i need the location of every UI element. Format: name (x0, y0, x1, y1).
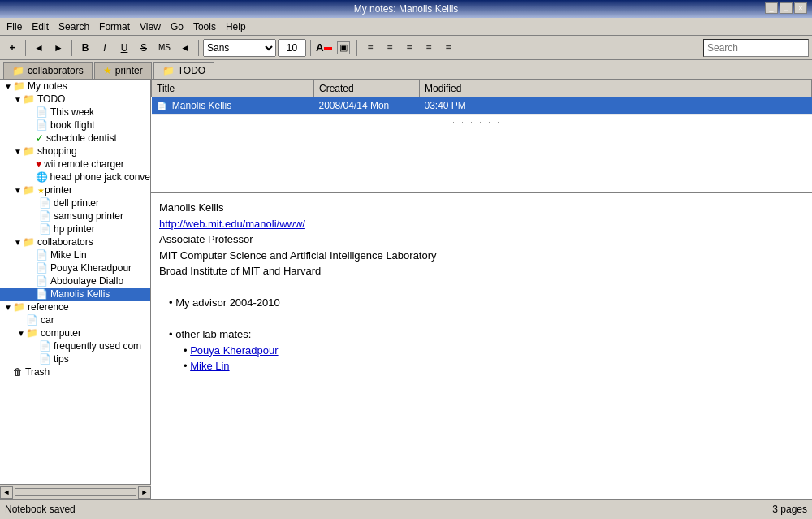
expand-arrow-my-notes[interactable]: ▼ (3, 82, 13, 91)
check-icon: ✓ (36, 132, 44, 144)
back-button[interactable]: ◄ (30, 39, 48, 57)
row-note-icon: 📄 (157, 102, 166, 110)
menu-view[interactable]: View (135, 19, 166, 34)
col-created[interactable]: Created (314, 80, 420, 97)
strikethrough-button[interactable]: S (135, 39, 153, 57)
window-controls[interactable]: _ □ × (765, 2, 807, 14)
scroll-left-btn[interactable]: ◄ (0, 486, 13, 499)
menu-help[interactable]: Help (221, 19, 251, 34)
tree-item-hp-printer[interactable]: 📄 hp printer (0, 223, 150, 236)
expand-arrow-shopping[interactable]: ▼ (13, 147, 23, 156)
tree-label-abdoulaye: Abdoulaye Diallo (50, 275, 123, 287)
cell-title-text: Manolis Kellis (172, 100, 231, 111)
col-title[interactable]: Title (152, 80, 314, 97)
tree-item-computer[interactable]: ▼ 📁 computer (0, 327, 150, 340)
tree-item-reference[interactable]: ▼ 📁 reference (0, 301, 150, 314)
tree-label-dell: dell printer (54, 197, 99, 209)
forward-button[interactable]: ► (50, 39, 67, 57)
search-input[interactable] (703, 39, 809, 57)
note-url[interactable]: http://web.mit.edu/manoli/www/ (159, 216, 804, 232)
tree-item-todo[interactable]: ▼ 📁 TODO (0, 93, 150, 106)
minimize-button[interactable]: _ (765, 2, 778, 14)
tree-item-pouya[interactable]: 📄 Pouya Kheradpour (0, 262, 150, 275)
tree-item-abdoulaye[interactable]: 📄 Abdoulaye Diallo (0, 275, 150, 288)
scroll-track[interactable] (15, 488, 136, 496)
note-icon-car: 📄 (26, 314, 38, 326)
maximize-button[interactable]: □ (780, 2, 793, 14)
trash-icon: 🗑 (13, 366, 23, 378)
expand-arrow-printer[interactable]: ▼ (13, 186, 23, 195)
font-size-input[interactable] (278, 39, 306, 57)
tree-item-wii[interactable]: ♥ wii remote charger (0, 158, 150, 171)
note-icon-abdoulaye: 📄 (36, 275, 48, 287)
tree-item-frequently-used[interactable]: 📄 frequently used com (0, 340, 150, 352)
font-color-button[interactable]: A (315, 39, 333, 57)
tree-item-dell-printer[interactable]: 📄 dell printer (0, 197, 150, 210)
tree-item-samsung-printer[interactable]: 📄 samsung printer (0, 210, 150, 223)
tree-label-pouya: Pouya Kheradpour (50, 262, 132, 274)
note-bullet2: • other lab mates: (159, 327, 804, 343)
bg-color-button[interactable]: ▣ (335, 39, 352, 57)
menu-edit[interactable]: Edit (27, 19, 54, 34)
tree-label-car: car (41, 314, 54, 326)
tree-label-mike-lin: Mike Lin (50, 249, 87, 261)
menu-format[interactable]: Format (94, 19, 135, 34)
tabs-bar: 📁 collaborators ★ printer 📁 TODO (0, 60, 812, 80)
align-left-button[interactable]: ≡ (361, 39, 379, 57)
tree-item-this-week[interactable]: 📄 This week (0, 106, 150, 119)
resize-handle[interactable]: · · · · · · · (151, 115, 812, 129)
note-content-area[interactable]: Manolis Kellis http://web.mit.edu/manoli… (151, 193, 812, 499)
tree-label-computer: computer (41, 327, 81, 339)
title-bar: My notes: Manolis Kellis _ □ × (0, 0, 812, 18)
align-center-button[interactable]: ≡ (381, 39, 399, 57)
font-family-select[interactable]: Sans (203, 39, 276, 57)
labmate1-link[interactable]: Pouya Kheradpour (190, 344, 278, 357)
tab-printer[interactable]: ★ printer (94, 62, 152, 79)
menu-search[interactable]: Search (54, 19, 94, 34)
content-area: Title Created Modified 📄 Manolis Kellis … (151, 80, 812, 499)
tree-item-manolis[interactable]: 📄 Manolis Kellis (0, 288, 150, 301)
tab-todo[interactable]: 📁 TODO (153, 62, 214, 79)
tree-item-book-flight[interactable]: 📄 book flight (0, 119, 150, 132)
table-row[interactable]: 📄 Manolis Kellis 2008/04/14 Mon 03:40 PM (152, 97, 812, 115)
tree-item-mike-lin[interactable]: 📄 Mike Lin (0, 249, 150, 262)
menu-tools[interactable]: Tools (188, 19, 221, 34)
expand-arrow-todo[interactable]: ▼ (13, 95, 23, 104)
scroll-right-btn[interactable]: ► (138, 486, 151, 499)
italic-icon: I (103, 42, 106, 54)
tree-item-car[interactable]: 📄 car (0, 314, 150, 327)
expand-arrow-computer[interactable]: ▼ (16, 329, 26, 338)
tree-item-my-notes[interactable]: ▼ 📁 My notes (0, 80, 150, 93)
note-labmates: • Pouya Kheradpour • Mike Lin (159, 343, 804, 374)
bold-button[interactable]: B (76, 39, 94, 57)
tree-item-trash[interactable]: 🗑 Trash (0, 365, 150, 378)
expand-arrow-reference[interactable]: ▼ (3, 303, 13, 312)
italic-button[interactable]: I (96, 39, 114, 57)
note-url-link[interactable]: http://web.mit.edu/manoli/www/ (159, 218, 305, 230)
cell-modified: 03:40 PM (420, 97, 812, 115)
expand-arrow-collaborators[interactable]: ▼ (13, 238, 23, 247)
tab-todo-folder-icon: 📁 (162, 65, 175, 76)
tree-item-shopping[interactable]: ▼ 📁 shopping (0, 145, 150, 158)
tree-item-tips[interactable]: 📄 tips (0, 352, 150, 365)
tree-item-collaborators[interactable]: ▼ 📁 collaborators (0, 236, 150, 249)
labmate2-link[interactable]: Mike Lin (190, 360, 229, 372)
note-labmate1: • Pouya Kheradpour (184, 343, 804, 359)
list-button[interactable]: ≡ (439, 39, 457, 57)
script-button[interactable]: MS (154, 39, 175, 57)
close-button[interactable]: × (794, 2, 807, 14)
sidebar-scrollbar[interactable]: ◄ ► (0, 484, 151, 499)
tree-item-schedule-dentist[interactable]: ✓ schedule dentist (0, 132, 150, 145)
menu-file[interactable]: File (2, 19, 27, 34)
tree-item-printer[interactable]: ▼ 📁 ★ printer (0, 184, 150, 197)
underline-button[interactable]: U (115, 39, 133, 57)
menu-go[interactable]: Go (166, 19, 188, 34)
new-note-button[interactable]: + (3, 39, 21, 57)
indent-button[interactable]: ◄ (176, 39, 194, 57)
star-badge: ★ (37, 186, 45, 195)
align-justify-button[interactable]: ≡ (420, 39, 438, 57)
tab-collaborators[interactable]: 📁 collaborators (3, 62, 93, 79)
align-right-button[interactable]: ≡ (400, 39, 418, 57)
col-modified[interactable]: Modified (420, 80, 812, 97)
tree-item-headphone[interactable]: 🌐 head phone jack conve (0, 171, 150, 184)
